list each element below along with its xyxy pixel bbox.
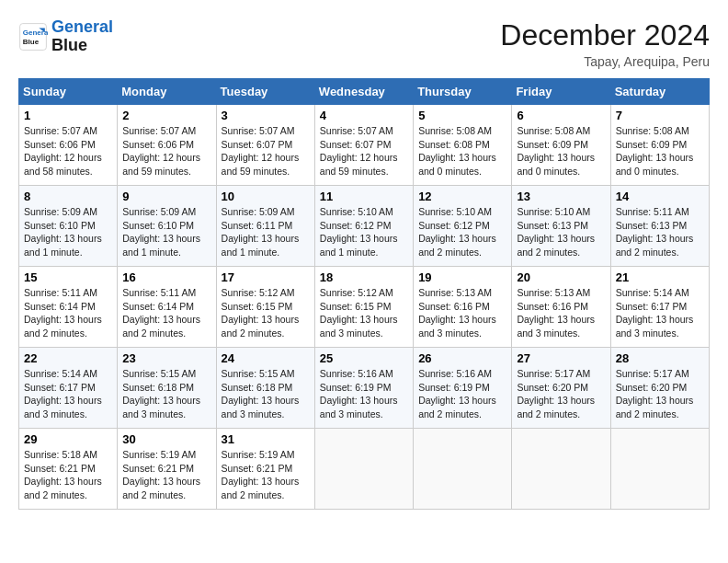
day-number: 15 [24,270,112,284]
day-info: Sunrise: 5:15 AMSunset: 6:18 PMDaylight:… [122,367,210,421]
day-info: Sunrise: 5:10 AMSunset: 6:12 PMDaylight:… [320,205,408,259]
col-sunday: Sunday [19,79,118,105]
day-info: Sunrise: 5:12 AMSunset: 6:15 PMDaylight:… [222,286,310,340]
day-cell-11: 11 Sunrise: 5:10 AMSunset: 6:12 PMDaylig… [314,186,413,267]
day-cell-9: 9 Sunrise: 5:09 AMSunset: 6:10 PMDayligh… [118,186,216,267]
day-number: 27 [517,351,605,365]
day-cell-4: 4 Sunrise: 5:07 AMSunset: 6:07 PMDayligh… [314,105,413,186]
day-cell-13: 13 Sunrise: 5:10 AMSunset: 6:13 PMDaylig… [512,186,610,267]
week-row-4: 22 Sunrise: 5:14 AMSunset: 6:17 PMDaylig… [19,348,710,429]
day-info: Sunrise: 5:17 AMSunset: 6:20 PMDaylight:… [517,367,605,421]
col-friday: Friday [512,79,610,105]
day-cell-18: 18 Sunrise: 5:12 AMSunset: 6:15 PMDaylig… [314,267,413,348]
day-number: 17 [222,270,310,284]
day-info: Sunrise: 5:19 AMSunset: 6:21 PMDaylight:… [222,448,310,502]
day-number: 2 [122,109,210,122]
page-header: General Blue General Blue December 2024 … [18,18,710,69]
day-info: Sunrise: 5:07 AMSunset: 6:06 PMDaylight:… [122,124,210,178]
week-row-1: 1 Sunrise: 5:07 AMSunset: 6:06 PMDayligh… [19,105,710,186]
day-number: 19 [418,270,506,284]
day-number: 28 [616,351,704,365]
logo: General Blue General Blue [18,18,113,55]
day-number: 21 [616,270,704,284]
day-info: Sunrise: 5:08 AMSunset: 6:08 PMDaylight:… [418,124,506,178]
day-number: 23 [122,351,210,365]
day-info: Sunrise: 5:13 AMSunset: 6:16 PMDaylight:… [418,286,506,340]
day-number: 4 [320,109,408,122]
day-info: Sunrise: 5:11 AMSunset: 6:14 PMDaylight:… [122,286,210,340]
day-cell-8: 8 Sunrise: 5:09 AMSunset: 6:10 PMDayligh… [19,186,118,267]
day-cell-25: 25 Sunrise: 5:16 AMSunset: 6:19 PMDaylig… [314,348,413,429]
day-info: Sunrise: 5:18 AMSunset: 6:21 PMDaylight:… [24,448,112,502]
col-monday: Monday [118,79,216,105]
title-block: December 2024 Tapay, Arequipa, Peru [500,18,710,69]
week-row-3: 15 Sunrise: 5:11 AMSunset: 6:14 PMDaylig… [19,267,710,348]
day-info: Sunrise: 5:07 AMSunset: 6:06 PMDaylight:… [24,124,112,178]
day-number: 24 [222,351,310,365]
day-cell-14: 14 Sunrise: 5:11 AMSunset: 6:13 PMDaylig… [610,186,709,267]
day-cell-empty [314,429,413,510]
day-cell-empty [512,429,610,510]
day-info: Sunrise: 5:11 AMSunset: 6:13 PMDaylight:… [616,205,704,259]
day-number: 20 [517,270,605,284]
day-cell-26: 26 Sunrise: 5:16 AMSunset: 6:19 PMDaylig… [414,348,512,429]
logo-general: General [51,17,113,36]
day-cell-21: 21 Sunrise: 5:14 AMSunset: 6:17 PMDaylig… [610,267,709,348]
day-number: 25 [320,351,408,365]
week-row-5: 29 Sunrise: 5:18 AMSunset: 6:21 PMDaylig… [19,429,710,510]
day-cell-30: 30 Sunrise: 5:19 AMSunset: 6:21 PMDaylig… [118,429,216,510]
day-number: 9 [122,190,210,203]
day-cell-empty [414,429,512,510]
day-cell-20: 20 Sunrise: 5:13 AMSunset: 6:16 PMDaylig… [512,267,610,348]
day-number: 22 [24,351,112,365]
day-cell-12: 12 Sunrise: 5:10 AMSunset: 6:12 PMDaylig… [414,186,512,267]
day-number: 8 [24,190,112,203]
day-info: Sunrise: 5:09 AMSunset: 6:10 PMDaylight:… [24,205,112,259]
day-cell-5: 5 Sunrise: 5:08 AMSunset: 6:08 PMDayligh… [414,105,512,186]
day-number: 6 [517,109,605,122]
day-number: 30 [122,432,210,446]
day-cell-22: 22 Sunrise: 5:14 AMSunset: 6:17 PMDaylig… [19,348,118,429]
calendar-table: Sunday Monday Tuesday Wednesday Thursday… [18,78,710,510]
col-tuesday: Tuesday [216,79,314,105]
day-number: 16 [122,270,210,284]
location: Tapay, Arequipa, Peru [500,54,710,69]
month-title: December 2024 [500,18,710,52]
col-saturday: Saturday [610,79,709,105]
day-info: Sunrise: 5:08 AMSunset: 6:09 PMDaylight:… [517,124,605,178]
day-info: Sunrise: 5:09 AMSunset: 6:11 PMDaylight:… [222,205,310,259]
day-cell-10: 10 Sunrise: 5:09 AMSunset: 6:11 PMDaylig… [216,186,314,267]
day-info: Sunrise: 5:07 AMSunset: 6:07 PMDaylight:… [320,124,408,178]
day-number: 29 [24,432,112,446]
day-info: Sunrise: 5:07 AMSunset: 6:07 PMDaylight:… [222,124,310,178]
day-info: Sunrise: 5:10 AMSunset: 6:12 PMDaylight:… [418,205,506,259]
day-number: 1 [24,109,112,122]
day-info: Sunrise: 5:08 AMSunset: 6:09 PMDaylight:… [616,124,704,178]
day-info: Sunrise: 5:11 AMSunset: 6:14 PMDaylight:… [24,286,112,340]
day-info: Sunrise: 5:14 AMSunset: 6:17 PMDaylight:… [24,367,112,421]
day-cell-1: 1 Sunrise: 5:07 AMSunset: 6:06 PMDayligh… [19,105,118,186]
day-cell-27: 27 Sunrise: 5:17 AMSunset: 6:20 PMDaylig… [512,348,610,429]
day-cell-29: 29 Sunrise: 5:18 AMSunset: 6:21 PMDaylig… [19,429,118,510]
day-cell-15: 15 Sunrise: 5:11 AMSunset: 6:14 PMDaylig… [19,267,118,348]
day-info: Sunrise: 5:10 AMSunset: 6:13 PMDaylight:… [517,205,605,259]
col-wednesday: Wednesday [314,79,413,105]
day-number: 18 [320,270,408,284]
day-info: Sunrise: 5:09 AMSunset: 6:10 PMDaylight:… [122,205,210,259]
day-info: Sunrise: 5:16 AMSunset: 6:19 PMDaylight:… [418,367,506,421]
week-row-2: 8 Sunrise: 5:09 AMSunset: 6:10 PMDayligh… [19,186,710,267]
day-cell-17: 17 Sunrise: 5:12 AMSunset: 6:15 PMDaylig… [216,267,314,348]
day-number: 5 [418,109,506,122]
day-cell-24: 24 Sunrise: 5:15 AMSunset: 6:18 PMDaylig… [216,348,314,429]
day-cell-7: 7 Sunrise: 5:08 AMSunset: 6:09 PMDayligh… [610,105,709,186]
day-cell-6: 6 Sunrise: 5:08 AMSunset: 6:09 PMDayligh… [512,105,610,186]
day-cell-empty [610,429,709,510]
day-number: 10 [222,190,310,203]
day-info: Sunrise: 5:19 AMSunset: 6:21 PMDaylight:… [122,448,210,502]
col-thursday: Thursday [414,79,512,105]
day-cell-23: 23 Sunrise: 5:15 AMSunset: 6:18 PMDaylig… [118,348,216,429]
day-number: 3 [222,109,310,122]
day-cell-31: 31 Sunrise: 5:19 AMSunset: 6:21 PMDaylig… [216,429,314,510]
day-number: 26 [418,351,506,365]
day-cell-3: 3 Sunrise: 5:07 AMSunset: 6:07 PMDayligh… [216,105,314,186]
